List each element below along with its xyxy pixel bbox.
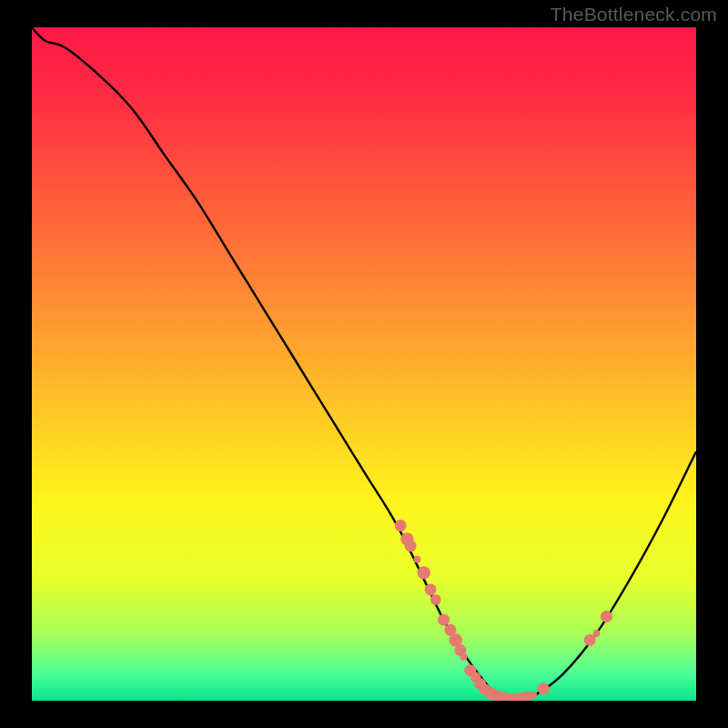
chart-svg [32, 27, 696, 701]
curve-marker [430, 594, 441, 605]
curve-marker [593, 630, 601, 637]
curve-marker [538, 682, 550, 694]
curve-marker [438, 614, 450, 626]
curve-marker [584, 634, 596, 646]
curve-marker [530, 691, 537, 698]
curve-marker [418, 566, 430, 579]
curve-marker [425, 583, 437, 595]
curve-marker [414, 556, 421, 563]
curve-marker [460, 653, 468, 661]
curve-marker [395, 520, 407, 531]
curve-marker [405, 540, 417, 551]
watermark-text: TheBottleneck.com [551, 4, 717, 25]
chart-stage: TheBottleneck.com [0, 0, 728, 728]
plot-area [32, 27, 696, 701]
curve-marker [601, 611, 612, 622]
gradient-background [32, 27, 696, 701]
